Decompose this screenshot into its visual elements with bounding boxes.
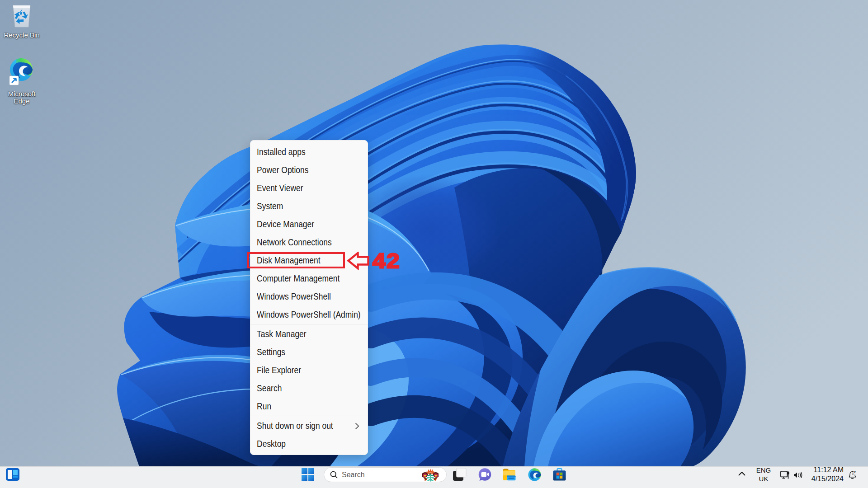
- svg-text:z: z: [854, 471, 856, 474]
- svg-text:z: z: [852, 471, 854, 475]
